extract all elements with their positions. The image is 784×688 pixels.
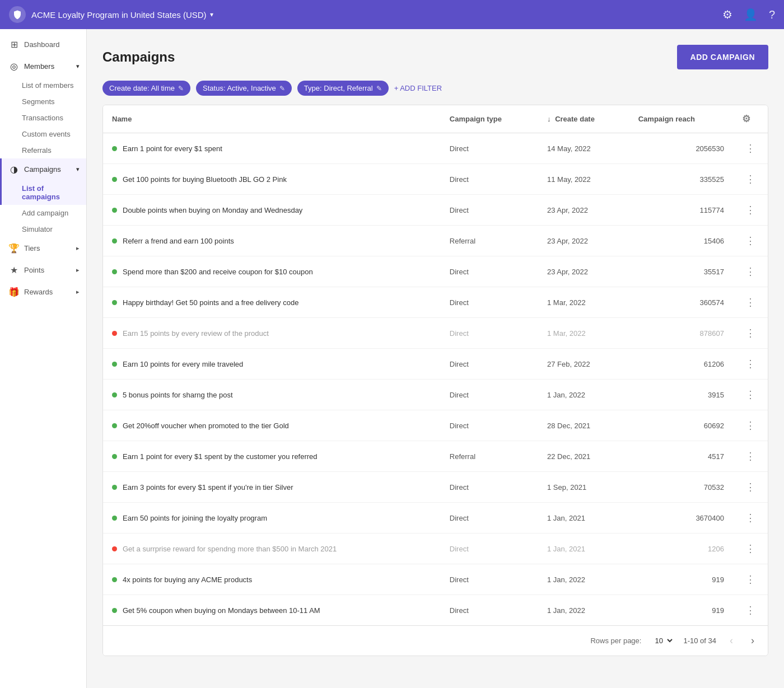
cell-name: Earn 1 point for every $1 spent [103,133,441,164]
app-logo [9,6,26,23]
cell-name: Get a surrprise reward for spendng more … [103,533,441,564]
create-date-edit-icon: ✎ [178,85,184,92]
campaign-name: Earn 15 points by every review of the pr… [123,329,269,338]
table-row: Spend more than $200 and receive coupon … [103,256,768,287]
sidebar-item-list-of-campaigns[interactable]: List of campaigns [0,180,86,205]
cell-name: Double points when buying on Monday and … [103,195,441,226]
sidebar-item-referrals[interactable]: Referrals [0,142,86,158]
cell-date: 11 May, 2022 [538,164,629,195]
row-more-button[interactable]: ⋮ [742,326,759,340]
campaign-name: Happy birthday! Get 50 points and a free… [123,298,298,307]
sidebar-item-simulator[interactable]: Simulator [0,221,86,237]
cell-name: Spend more than $200 and receive coupon … [103,256,441,287]
campaign-name: Earn 1 point for every $1 spent by the c… [123,452,318,461]
rewards-icon: 🎁 [8,287,20,297]
cell-type: Referral [441,226,538,256]
row-more-button[interactable]: ⋮ [742,480,759,494]
status-filter-chip[interactable]: Status: Active, Inactive ✎ [196,81,292,96]
help-icon[interactable]: ? [769,8,775,21]
app-title[interactable]: ACME Loyalty Program in United States (U… [31,10,213,20]
sidebar-item-segments[interactable]: Segments [0,93,86,110]
row-more-button[interactable]: ⋮ [742,172,759,186]
settings-icon[interactable]: ⚙ [722,8,732,21]
campaigns-table: Name Campaign type ↓ Create date Campaig… [103,105,768,625]
prev-page-button[interactable]: ‹ [725,633,738,649]
sidebar-label-transactions: Transactions [22,114,63,122]
sidebar-item-list-of-members[interactable]: List of members [0,77,86,93]
sidebar-item-transactions[interactable]: Transactions [0,110,86,126]
table-row: Earn 1 point for every $1 spent Direct 1… [103,133,768,164]
campaign-name: Referr a frend and earn 100 points [123,237,234,245]
row-more-button[interactable]: ⋮ [742,233,759,248]
campaign-name: Earn 3 points for every $1 spent if you'… [123,483,293,492]
create-date-filter-chip[interactable]: Create date: All time ✎ [102,81,190,96]
cell-actions: ⋮ [733,287,768,318]
sidebar-item-custom-events[interactable]: Custom events [0,126,86,142]
row-more-button[interactable]: ⋮ [742,449,759,464]
sidebar-item-rewards[interactable]: 🎁 Rewards ▸ [0,281,86,303]
sidebar-item-members[interactable]: ◎ Members ▾ [0,55,86,77]
sidebar-label-simulator: Simulator [22,225,53,233]
row-more-button[interactable]: ⋮ [742,387,759,402]
campaigns-icon: ◑ [8,164,20,175]
table-header-row: Name Campaign type ↓ Create date Campaig… [103,105,768,133]
status-dot [112,238,117,244]
cell-name: Earn 15 points by every review of the pr… [103,318,441,349]
row-more-button[interactable]: ⋮ [742,511,759,525]
row-more-button[interactable]: ⋮ [742,603,759,617]
status-dot [112,146,117,151]
row-more-button[interactable]: ⋮ [742,357,759,371]
campaign-name: Get 100 points for buying Bluetooth JBL … [123,175,287,184]
cell-type: Direct [441,472,538,503]
sidebar-item-points[interactable]: ★ Points ▸ [0,259,86,281]
cell-date: 14 May, 2022 [538,133,629,164]
type-filter-label: Type: Direct, Referral [304,84,373,92]
status-dot [112,516,117,521]
cell-actions: ⋮ [733,256,768,287]
col-create-date[interactable]: ↓ Create date [538,105,629,133]
cell-reach: 60692 [629,410,733,441]
cell-type: Referral [441,441,538,472]
cell-name: 4x points for buying any ACME products [103,564,441,595]
app-title-text: ACME Loyalty Program in United States (U… [31,10,207,20]
create-date-filter-label: Create date: All time [109,84,175,92]
sidebar-label-list-of-campaigns: List of campaigns [22,184,60,201]
account-icon[interactable]: 👤 [744,8,758,21]
next-page-button[interactable]: › [746,633,759,649]
table-row: Earn 15 points by every review of the pr… [103,318,768,349]
cell-type: Direct [441,349,538,380]
sidebar-item-dashboard[interactable]: ⊞ Dashboard [0,34,86,55]
row-more-button[interactable]: ⋮ [742,203,759,217]
row-more-button[interactable]: ⋮ [742,572,759,587]
cell-actions: ⋮ [733,503,768,533]
type-filter-chip[interactable]: Type: Direct, Referral ✎ [297,81,389,96]
campaign-name: Spend more than $200 and receive coupon … [123,268,313,276]
sidebar-item-add-campaign[interactable]: Add campaign [0,205,86,221]
col-campaign-reach: Campaign reach [629,105,733,133]
row-more-button[interactable]: ⋮ [742,295,759,310]
cell-actions: ⋮ [733,195,768,226]
table-settings-icon[interactable]: ⚙ [742,114,750,124]
add-filter-button[interactable]: + ADD FILTER [394,84,442,92]
status-dot [112,546,117,551]
cell-date: 27 Feb, 2022 [538,349,629,380]
sidebar-section-main: ⊞ Dashboard ◎ Members ▾ List of members … [0,34,86,303]
cell-actions: ⋮ [733,164,768,195]
topbar: ACME Loyalty Program in United States (U… [0,0,784,29]
add-campaign-button[interactable]: ADD CAMPAIGN [677,45,768,69]
filters-bar: Create date: All time ✎ Status: Active, … [102,81,768,96]
table-row: Earn 3 points for every $1 spent if you'… [103,472,768,503]
cell-reach: 4517 [629,441,733,472]
row-more-button[interactable]: ⋮ [742,418,759,433]
sidebar-label-custom-events: Custom events [22,130,71,138]
sidebar-item-tiers[interactable]: 🏆 Tiers ▸ [0,237,86,259]
row-more-button[interactable]: ⋮ [742,541,759,556]
cell-reach: 115774 [629,195,733,226]
sidebar-item-campaigns[interactable]: ◑ Campaigns ▾ [0,158,86,180]
row-more-button[interactable]: ⋮ [742,264,759,279]
row-more-button[interactable]: ⋮ [742,141,759,156]
cell-actions: ⋮ [733,133,768,164]
cell-type: Direct [441,564,538,595]
cell-reach: 335525 [629,164,733,195]
rows-per-page-select[interactable]: 10 25 50 [650,635,674,647]
